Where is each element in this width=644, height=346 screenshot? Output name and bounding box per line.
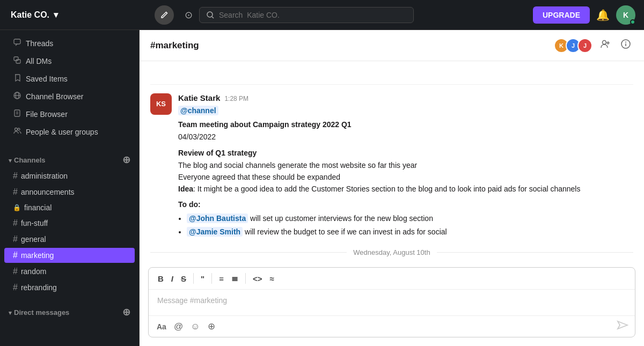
add-dm-button[interactable]: ⊕	[122, 306, 130, 318]
svg-point-13	[18, 128, 20, 130]
chat-area: #marketing K J J KS	[140, 30, 644, 346]
hash-icon: #	[13, 283, 18, 292]
composer-input-area[interactable]: Message #marketing	[149, 290, 635, 315]
hash-icon: #	[13, 251, 18, 260]
bold-button[interactable]: B	[155, 273, 166, 285]
sidebar-item-saved-items[interactable]: Saved Items	[4, 70, 135, 87]
text-format-button[interactable]: Aa	[155, 321, 168, 333]
chat-header: #marketing K J J	[140, 30, 644, 61]
channel-info-button[interactable]	[618, 36, 633, 54]
member-avatars: K J J	[554, 38, 592, 53]
todo-label: To do:	[178, 198, 633, 210]
channel-label: rebranding	[21, 283, 57, 292]
send-button[interactable]	[617, 319, 628, 334]
sidebar-item-all-dms[interactable]: All DMs	[4, 53, 135, 70]
sidebar-item-people[interactable]: People & user groups	[4, 123, 135, 141]
channel-item-random[interactable]: # random	[4, 264, 135, 279]
message-item: KS Katie Stark 1:28 PM @channel Team mee…	[150, 93, 633, 240]
compose-button[interactable]	[155, 5, 174, 25]
emoji-button[interactable]: ☺	[189, 320, 201, 334]
topbar-center: ⊙	[185, 7, 526, 23]
sidebar-item-file-browser[interactable]: File Browser	[4, 106, 135, 123]
message-time: 1:28 PM	[224, 95, 248, 102]
todo-item-1: @John Bautista will set up customer inte…	[187, 212, 633, 224]
add-channel-button[interactable]: ⊕	[122, 154, 130, 166]
strikethrough-button[interactable]: S	[178, 273, 189, 285]
sidebar-label-file-browser: File Browser	[26, 110, 68, 119]
channel-item-marketing[interactable]: # marketing	[4, 248, 135, 263]
dm-section-header: ▾Direct messages ⊕	[0, 302, 139, 320]
todo-item-2: @Jamie Smith will review the budget to s…	[187, 226, 633, 238]
toolbar-separator-2	[211, 273, 212, 284]
online-indicator	[630, 19, 635, 25]
message-date-line: 04/03/2022	[178, 131, 633, 143]
hash-icon: #	[13, 171, 18, 181]
idea-line: Idea: It might be a good idea to add the…	[178, 183, 633, 195]
hash-icon: #	[13, 187, 18, 197]
add-member-button[interactable]	[598, 36, 613, 54]
quote-button[interactable]: "	[198, 273, 207, 285]
channel-item-rebranding[interactable]: # rebranding	[4, 280, 135, 295]
search-input[interactable]	[219, 11, 407, 19]
dm-label: ▾Direct messages	[9, 308, 69, 316]
workspace-label: Katie CO.	[11, 10, 49, 20]
sidebar-label-threads: Threads	[26, 39, 53, 48]
svg-rect-2	[14, 39, 20, 44]
sidebar-item-channel-browser[interactable]: Channel Browser	[4, 88, 135, 105]
upgrade-button[interactable]: UPGRADE	[533, 6, 590, 24]
all-dms-icon	[13, 56, 21, 67]
notifications-button[interactable]: 🔔	[596, 9, 610, 21]
sidebar-label-saved-items: Saved Items	[26, 75, 68, 83]
history-button[interactable]: ⊙	[185, 9, 193, 21]
date-divider-text: Wednesday, August 10th	[353, 248, 430, 256]
channel-label: administration	[21, 172, 68, 180]
edit-icon	[160, 11, 169, 19]
composer-toolbar: B I S " ≡ ≣ <> ≈	[149, 268, 635, 290]
sidebar-item-threads[interactable]: Threads	[4, 35, 135, 52]
channel-label: random	[21, 267, 46, 276]
sidebar: Threads All DMs Saved Items Channel Brow…	[0, 30, 140, 346]
svg-point-19	[625, 42, 626, 43]
message-avatar: KS	[150, 93, 172, 115]
channel-item-announcements[interactable]: # announcements	[4, 185, 135, 200]
mention-button[interactable]: @	[172, 320, 185, 334]
section-title: Review of Q1 strategy	[178, 149, 257, 157]
channel-title: #marketing	[150, 40, 199, 51]
channel-item-financial[interactable]: 🔒 financial	[4, 201, 135, 215]
channel-label: financial	[24, 203, 52, 212]
saved-items-icon	[13, 73, 21, 84]
workspace-name[interactable]: Katie CO. ▾	[9, 10, 148, 20]
sidebar-label-channel-browser: Channel Browser	[26, 92, 83, 101]
channel-label: marketing	[21, 251, 54, 260]
code-block-button[interactable]: ≈	[267, 273, 276, 285]
search-box[interactable]	[199, 7, 414, 23]
people-icon	[13, 127, 21, 137]
ordered-list-button[interactable]: ≣	[229, 272, 241, 285]
todo-list: @John Bautista will set up customer inte…	[187, 212, 633, 238]
channel-item-fun-stuff[interactable]: # fun-stuff	[4, 216, 135, 231]
hash-icon: #	[13, 218, 18, 228]
channel-label: announcements	[21, 188, 75, 196]
date-divider: Wednesday, August 10th	[150, 248, 633, 256]
channel-item-administration[interactable]: # administration	[4, 168, 135, 183]
user-avatar[interactable]: K	[616, 5, 635, 25]
channel-mention: @channel	[178, 106, 218, 115]
channel-item-general[interactable]: # general	[4, 232, 135, 247]
composer-placeholder: Message #marketing	[157, 296, 227, 305]
person-mention-2: @Jamie Smith	[187, 227, 243, 237]
attachment-button[interactable]: ⊕	[206, 319, 217, 334]
sidebar-label-people: People & user groups	[26, 128, 98, 136]
channels-section-header: ▾Channels ⊕	[0, 150, 139, 168]
sidebar-label-all-dms: All DMs	[26, 57, 52, 65]
channel-browser-icon	[13, 91, 21, 102]
topbar-right: UPGRADE 🔔 K	[533, 5, 635, 25]
code-button[interactable]: <>	[250, 273, 265, 285]
body-line-1: The blog and social channels generate th…	[178, 159, 633, 171]
italic-button[interactable]: I	[169, 273, 176, 285]
channel-label: fun-stuff	[21, 219, 48, 227]
toolbar-separator-3	[245, 273, 246, 284]
unordered-list-button[interactable]: ≡	[216, 273, 226, 285]
svg-rect-9	[14, 110, 20, 116]
person-mention-1: @John Bautista	[187, 214, 248, 223]
message-author: Katie Stark	[178, 93, 220, 102]
